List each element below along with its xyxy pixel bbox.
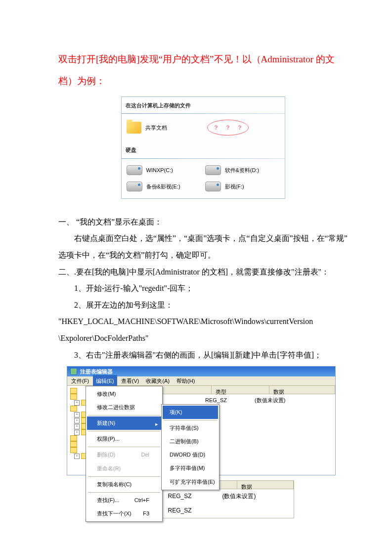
step-1-heading: 一、 “我的文档”显示在桌面： — [58, 214, 348, 231]
folder-icon — [127, 122, 141, 134]
menu-modify-binary[interactable]: 修改二进位数据 — [87, 401, 161, 414]
drive-icon — [205, 182, 221, 191]
menu-find[interactable]: 查找(F)...Ctrl+F — [87, 494, 161, 507]
value-type: REG_SZ — [168, 490, 222, 503]
step-2-sub1: 1、开始-运行-输入"regedit"-回车； — [58, 280, 348, 297]
qmark: ？ — [237, 122, 243, 134]
regedit-app-icon — [70, 368, 77, 375]
new-submenu: 项(K) 字符串值(S) 二进制值(B) DWORD 值(D) 多字符串值(M)… — [161, 404, 219, 490]
menu-separator — [164, 420, 217, 420]
menu-new-key[interactable]: 项(K) — [163, 406, 218, 419]
menu-new-dword[interactable]: DWORD 值(D) — [163, 448, 218, 462]
drive-label: WINXP(C:) — [146, 165, 173, 176]
menu-edit[interactable]: 编辑(E) — [93, 375, 117, 387]
drive-d[interactable]: 软件&资料(D:) — [205, 165, 280, 176]
menu-delete: 删除(D)Del — [87, 448, 161, 462]
step-2-sub3: 3、右击"注册表编辑器"右侧的画面，从[编辑][新建]中单击[字符串值]； — [58, 347, 348, 364]
drive-e[interactable]: 备份&影视(E:) — [127, 181, 201, 192]
menu-new[interactable]: 新建(N)▸ — [87, 416, 161, 430]
menu-find-next[interactable]: 查找下一个(X)F3 — [87, 507, 161, 520]
drive-f[interactable]: 影视(F:) — [205, 181, 280, 192]
value-type: REG_SZ — [168, 505, 222, 517]
value-data: (数值未设置) — [222, 490, 292, 503]
menu-separator — [88, 415, 160, 416]
menu-separator — [88, 476, 160, 477]
step-1-body: 右键点桌面空白处，选“属性”，“桌面”选项卡，点“自定义桌面”按钮，在“常规”选… — [58, 230, 348, 263]
menu-separator — [88, 492, 160, 493]
divider — [122, 113, 285, 114]
tree-folder-icon — [70, 435, 77, 441]
menu-modify[interactable]: 修改(M) — [87, 387, 161, 401]
menu-view[interactable]: 查看(V) — [118, 375, 142, 387]
menu-permissions[interactable]: 权限(P)... — [87, 432, 161, 446]
step-2-sub2: 2、展开左边的加号到这里： — [58, 297, 348, 314]
section-drives: 硬盘 — [122, 141, 285, 157]
menu-separator — [88, 431, 160, 431]
drive-c[interactable]: WINXP(C:) — [127, 165, 201, 176]
column-data[interactable]: 数据 — [237, 481, 294, 489]
qmark: ？ — [213, 122, 219, 134]
regedit-window: 注册表编辑器 文件(F) 编辑(E) 查看(V) 收藏夹(A) 帮助(H) + … — [67, 366, 336, 475]
explorer-window: 在这台计算机上存储的文件 共享文档 ？ ？ ？ 硬盘 WINXP(C:) — [121, 96, 285, 198]
drive-icon — [127, 165, 142, 175]
submenu-arrow-icon: ▸ — [155, 418, 158, 430]
menu-help[interactable]: 帮助(H) — [174, 375, 198, 387]
menu-new-label: 新建(N) — [97, 420, 115, 426]
shared-documents-item[interactable]: 共享文档 — [127, 122, 201, 134]
qmark: ？ — [225, 122, 231, 134]
menu-rename: 重命名(R) — [87, 462, 161, 475]
tree-folder-icon — [70, 441, 77, 447]
edit-menu-dropdown: 修改(M) 修改二进位数据 新建(N)▸ 权限(P)... 删除(D)Del 重… — [86, 386, 163, 522]
menu-new-expandstring[interactable]: 可扩充字符串值(E) — [163, 475, 218, 489]
tree-folder-icon — [70, 388, 77, 394]
tree-expand-icon[interactable]: + — [74, 430, 80, 435]
step-2-heading: 二、.要在[我的电脑]中显示[Administrator 的文档]，就需要直接修… — [58, 264, 348, 280]
menu-fav[interactable]: 收藏夹(A) — [143, 375, 173, 387]
value-data: (数值未设置) — [255, 395, 333, 406]
section-files-on-computer: 在这台计算机上存储的文件 — [122, 97, 285, 112]
drive-icon — [127, 182, 142, 191]
document-title: 双击打开[我的电脑]发现“用户的文档”不见！以（Administrator 的文… — [58, 48, 348, 92]
menu-separator — [88, 447, 160, 447]
registry-path-line1: "HKEY_LOCAL_MACHINE\SOFTWARE\Microsoft\W… — [58, 313, 348, 330]
column-data[interactable]: 数据 — [269, 386, 335, 394]
divider — [122, 158, 285, 159]
regedit-menubar: 文件(F) 编辑(E) 查看(V) 收藏夹(A) 帮助(H) — [67, 376, 335, 386]
menu-copy-keyname[interactable]: 复制项名称(C) — [87, 478, 161, 491]
drive-icon — [205, 165, 221, 175]
tree-expand-icon[interactable]: + — [74, 454, 80, 459]
menu-new-string[interactable]: 字符串值(S) — [163, 421, 218, 435]
tree-expand-icon[interactable]: + — [74, 400, 80, 406]
registry-path-line2: \Expolorer\DocFolderPaths" — [58, 330, 348, 347]
drive-label: 软件&资料(D:) — [225, 165, 260, 176]
menu-file[interactable]: 文件(F) — [68, 375, 92, 387]
menu-new-binary[interactable]: 二进制值(B) — [163, 435, 218, 448]
column-type[interactable]: 类型 — [212, 386, 269, 394]
shared-docs-label: 共享文档 — [145, 122, 167, 134]
drive-label: 备份&影视(E:) — [146, 181, 180, 192]
menu-new-multistring[interactable]: 多字符串值(M) — [163, 462, 218, 475]
missing-docs-marker: ？ ？ ？ — [205, 120, 280, 136]
drive-label: 影视(F:) — [225, 181, 244, 192]
